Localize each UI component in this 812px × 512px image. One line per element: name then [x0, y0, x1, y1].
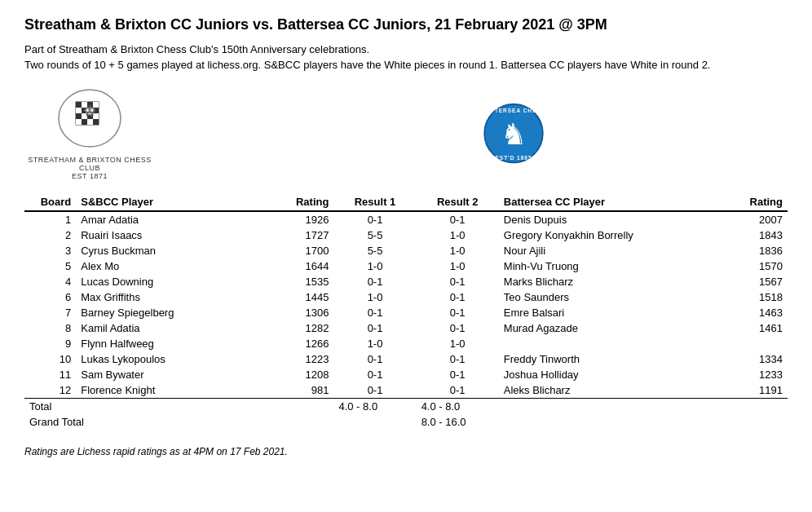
- col-sbcc-player: S&BCC Player: [76, 193, 271, 211]
- subtitle2: Two rounds of 10 + 5 games played at lic…: [24, 59, 788, 71]
- logo-right: ♞ BATTERSEA CHESS EST'D 1885: [448, 101, 579, 166]
- total-label: Total: [24, 399, 272, 415]
- table-row: 4Lucas Downing15350-10-1Marks Blicharz15…: [24, 274, 788, 289]
- svg-text:BATTERSEA CHESS: BATTERSEA CHESS: [482, 108, 545, 113]
- svg-text:♚: ♚: [83, 103, 96, 119]
- grand-total-result: 8.0 - 16.0: [417, 414, 499, 430]
- grand-total-label: Grand Total: [24, 414, 272, 430]
- sbcc-logo-icon: ♚: [53, 87, 126, 152]
- grand-total-row: Grand Total 8.0 - 16.0: [24, 414, 788, 430]
- col-battersea-player: Battersea CC Player: [499, 193, 726, 211]
- page-title: Streatham & Brixton CC Juniors vs. Batte…: [24, 16, 788, 33]
- svg-rect-10: [76, 113, 82, 119]
- col-board: Board: [24, 193, 76, 211]
- table-row: 5Alex Mo16441-01-0Minh-Vu Truong1570: [24, 258, 788, 274]
- col-bat-rating: Rating: [726, 193, 788, 211]
- total-result1: 4.0 - 8.0: [333, 399, 416, 415]
- match-table: Board S&BCC Player Rating Result 1 Resul…: [24, 193, 788, 430]
- battersea-logo-icon: ♞ BATTERSEA CHESS EST'D 1885: [477, 101, 550, 166]
- svg-text:♞: ♞: [501, 118, 527, 151]
- svg-rect-2: [76, 102, 82, 108]
- col-result2: Result 2: [417, 193, 499, 211]
- svg-rect-15: [82, 119, 87, 125]
- table-row: 6Max Griffiths14451-00-1Teo Saunders1518: [24, 289, 788, 305]
- logo-left: ♚ STREATHAM & BRIXTON CHESS CLUB EST 187…: [24, 87, 155, 180]
- total-row: Total 4.0 - 8.0 4.0 - 8.0: [24, 399, 788, 415]
- table-row: 11Sam Bywater12080-10-1Joshua Holliday12…: [24, 367, 788, 382]
- table-row: 8Kamil Adatia12820-10-1Murad Agazade1461: [24, 320, 788, 336]
- col-result1: Result 1: [333, 193, 416, 211]
- svg-rect-17: [93, 119, 99, 125]
- subtitle1: Part of Streatham & Brixton Chess Club's…: [24, 43, 788, 55]
- table-row: 2Ruairi Isaacs17275-51-0Gregory Konyakhi…: [24, 227, 788, 243]
- col-sbcc-rating: Rating: [272, 193, 334, 211]
- svg-rect-6: [76, 108, 82, 113]
- svg-rect-14: [76, 119, 82, 125]
- footer-note: Ratings are Lichess rapid ratings as at …: [24, 446, 788, 457]
- table-row: 7Barney Spiegelberg13060-10-1Emre Balsar…: [24, 305, 788, 320]
- table-row: 1Amar Adatia19260-10-1Denis Dupuis2007: [24, 211, 788, 227]
- logos-row: ♚ STREATHAM & BRIXTON CHESS CLUB EST 187…: [24, 87, 788, 180]
- svg-rect-16: [87, 119, 93, 125]
- table-header-row: Board S&BCC Player Rating Result 1 Resul…: [24, 193, 788, 211]
- table-row: 3Cyrus Buckman17005-51-0Nour Ajili1836: [24, 243, 788, 258]
- table-row: 12Florence Knight9810-10-1Aleks Blicharz…: [24, 382, 788, 399]
- logo-left-text: STREATHAM & BRIXTON CHESS CLUB EST 1871: [24, 156, 155, 180]
- table-row: 9Flynn Halfweeg12661-01-0: [24, 336, 788, 351]
- total-result2: 4.0 - 8.0: [417, 399, 499, 415]
- svg-text:EST'D 1885: EST'D 1885: [496, 155, 532, 161]
- table-row: 10Lukas Lykopoulos12230-10-1Freddy Tinwo…: [24, 351, 788, 367]
